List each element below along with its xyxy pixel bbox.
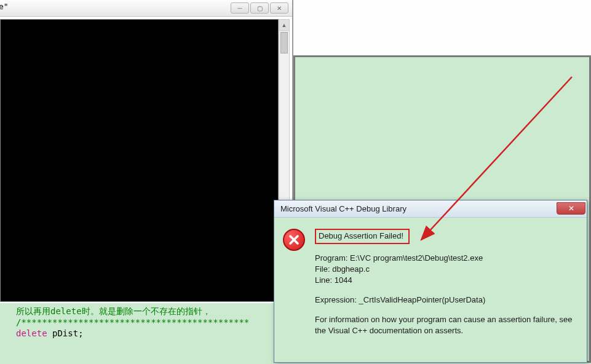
console-body: ▲ — [0, 17, 292, 304]
program-value: E:\VC program\test2\Debug\test2.exe — [350, 253, 483, 263]
console-window: e" ─ ▢ ✕ ▲ — [0, 0, 293, 304]
maximize-button[interactable]: ▢ — [250, 2, 269, 14]
dialog-program-info: Program: E:\VC program\test2\Debug\test2… — [315, 253, 578, 286]
file-label: File: — [315, 264, 332, 274]
close-icon: ✕ — [277, 5, 282, 12]
minimize-icon: ─ — [237, 5, 242, 12]
console-output[interactable] — [0, 19, 279, 302]
line-label: Line: — [315, 275, 335, 285]
code-line-1: 所以再用delete时。就是删除一个不存在的指针， — [16, 306, 293, 317]
maximize-icon: ▢ — [257, 5, 263, 12]
assertion-dialog: Microsoft Visual C++ Debug Library ✕ Deb… — [274, 200, 587, 363]
code-line-3: delete pDist; — [16, 328, 293, 339]
line-value: 1044 — [335, 275, 352, 285]
console-titlebar: ─ ▢ ✕ — [0, 0, 292, 17]
code-keyword-delete: delete — [16, 328, 47, 338]
line-number-line: Line: 1044 — [315, 275, 578, 286]
error-icon — [283, 229, 305, 354]
error-icon-circle — [283, 229, 305, 251]
code-comment-text: 所以再用delete时。就是删除一个不存在的指针， — [16, 306, 211, 316]
dialog-content: Debug Assertion Failed! Program: E:\VC p… — [315, 229, 578, 354]
close-icon: ✕ — [568, 204, 574, 213]
code-comment-stars: /***************************************… — [16, 317, 249, 327]
dialog-heading: Debug Assertion Failed! — [315, 229, 410, 244]
dialog-body: Debug Assertion Failed! Program: E:\VC p… — [274, 218, 587, 362]
expression-label: Expression: — [315, 295, 359, 304]
dialog-title: Microsoft Visual C++ Debug Library — [280, 204, 407, 213]
dialog-expression-info: Expression: _CrtIsValidHeapPointer(pUser… — [315, 295, 578, 306]
file-value: dbgheap.c — [332, 264, 370, 274]
dialog-info-text: For information on how your program can … — [315, 314, 578, 336]
minimize-button[interactable]: ─ — [231, 2, 249, 14]
code-identifier: pDist; — [47, 328, 84, 338]
scroll-thumb[interactable] — [280, 32, 288, 53]
right-panel-top — [293, 0, 591, 57]
dialog-close-button[interactable]: ✕ — [557, 202, 585, 215]
expression-value: _CrtIsValidHeapPointer(pUserData) — [359, 295, 486, 304]
dialog-titlebar[interactable]: Microsoft Visual C++ Debug Library ✕ — [274, 200, 587, 218]
console-tab-label: e" — [0, 2, 9, 11]
scroll-up-arrow[interactable]: ▲ — [279, 20, 289, 31]
expression-line: Expression: _CrtIsValidHeapPointer(pUser… — [315, 295, 578, 306]
code-editor[interactable]: 所以再用delete时。就是删除一个不存在的指针， /*************… — [0, 303, 293, 364]
file-line: File: dbgheap.c — [315, 264, 578, 275]
program-line: Program: E:\VC program\test2\Debug\test2… — [315, 253, 578, 264]
close-button[interactable]: ✕ — [270, 2, 288, 14]
dialog-heading-wrapper: Debug Assertion Failed! — [315, 229, 410, 244]
program-label: Program: — [315, 253, 350, 263]
error-x-icon — [287, 233, 301, 247]
code-line-2: /***************************************… — [16, 317, 293, 328]
